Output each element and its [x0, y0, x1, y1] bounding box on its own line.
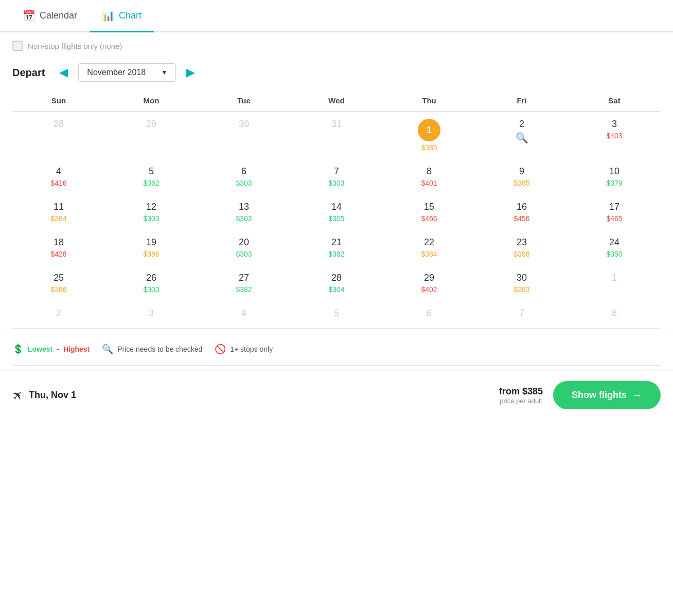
day-number: 26 [109, 273, 193, 283]
day-price: $456 [480, 214, 564, 223]
day-price: $428 [16, 250, 101, 258]
calendar-cell[interactable]: 7$303 [290, 159, 383, 194]
dropdown-arrow-icon: ▼ [161, 69, 167, 76]
calendar-cell[interactable]: 6$303 [198, 159, 290, 194]
calendar-cell[interactable]: 25$386 [12, 265, 105, 301]
tab-bar: 📅 Calendar 📊 Chart [0, 0, 673, 32]
prev-month-button[interactable]: ◀ [55, 64, 72, 81]
day-price: $305 [294, 214, 379, 223]
day-number: 14 [294, 202, 379, 212]
day-number: 19 [109, 237, 193, 248]
day-price: $303 [109, 285, 193, 294]
filter-row: Non-stop flights only (none) [0, 32, 673, 59]
header-tue: Tue [198, 90, 290, 112]
footer-left: ✈ Thu, Nov 1 [12, 388, 76, 403]
day-number: 29 [109, 119, 193, 130]
calendar-cell[interactable]: 10$379 [568, 159, 661, 194]
day-number: 7 [294, 166, 379, 177]
day-number: 27 [202, 273, 286, 283]
calendar-cell[interactable]: 9$385 [475, 159, 568, 194]
day-price: $383 [480, 285, 564, 294]
today-circle: 1 [418, 119, 440, 141]
day-number: 4 [202, 308, 286, 319]
next-month-button[interactable]: ▶ [182, 64, 199, 81]
month-text: November 2018 [87, 68, 155, 77]
calendar-cell[interactable]: 29$402 [383, 265, 475, 301]
calendar-cell[interactable]: 20$303 [198, 230, 290, 265]
day-price: $303 [109, 214, 193, 223]
legend: 💲 Lowest - Highest 🔍 Price needs to be c… [0, 333, 673, 365]
day-price: $303 [294, 179, 379, 187]
day-number: 9 [480, 166, 564, 177]
calendar-cell: 28 [12, 112, 105, 159]
nonstop-checkbox[interactable] [12, 41, 23, 51]
nonstop-label: Non-stop flights only (none) [28, 42, 122, 50]
day-price: $303 [202, 250, 286, 258]
day-number: 30 [480, 273, 564, 283]
day-number: 29 [387, 273, 471, 283]
show-flights-button[interactable]: Show flights → [553, 381, 661, 409]
day-number: 15 [387, 202, 471, 212]
day-price: $362 [109, 179, 193, 187]
calendar-cell[interactable]: 21$382 [290, 230, 383, 265]
calendar-cell[interactable]: 18$428 [12, 230, 105, 265]
day-number: 22 [387, 237, 471, 248]
calendar-cell[interactable]: 13$303 [198, 194, 290, 230]
legend-divider [12, 328, 661, 329]
calendar-cell[interactable]: 12$303 [105, 194, 198, 230]
day-price: $416 [16, 179, 101, 187]
day-number: 13 [202, 202, 286, 212]
calendar-cell[interactable]: 30$383 [475, 265, 568, 301]
day-number: 8 [387, 166, 471, 177]
calendar-cell[interactable]: 11$384 [12, 194, 105, 230]
calendar-cell[interactable]: 23$398 [475, 230, 568, 265]
from-price: from $385 [499, 386, 543, 397]
tab-chart-label: Chart [119, 10, 141, 21]
day-number: 3 [572, 119, 657, 130]
calendar-cell[interactable]: 24$350 [568, 230, 661, 265]
calendar-container: Sun Mon Tue Wed Thu Fri Sat 282930311$38… [0, 90, 673, 328]
legend-stops-label: 1+ stops only [230, 345, 273, 353]
day-price: $304 [294, 285, 379, 294]
calendar-cell[interactable]: 26$303 [105, 265, 198, 301]
legend-lowest-label: Lowest [28, 345, 52, 353]
day-price: $379 [572, 179, 657, 187]
tab-chart[interactable]: 📊 Chart [90, 0, 154, 32]
calendar-cell[interactable]: 3$403 [568, 112, 661, 159]
plane-icon: ✈ [9, 387, 26, 404]
depart-label: Depart [12, 67, 45, 79]
calendar-cell: 1 [568, 265, 661, 301]
tab-calendar-label: Calendar [40, 10, 77, 21]
calendar-cell: 6 [383, 301, 475, 328]
calendar-cell[interactable]: 14$305 [290, 194, 383, 230]
calendar-cell[interactable]: 27$382 [198, 265, 290, 301]
calendar-cell[interactable]: 4$416 [12, 159, 105, 194]
day-price: $465 [572, 214, 657, 223]
calendar-cell[interactable]: 5$362 [105, 159, 198, 194]
calendar-cell: 2 [12, 301, 105, 328]
tab-calendar[interactable]: 📅 Calendar [10, 0, 90, 32]
calendar-cell[interactable]: 22$384 [383, 230, 475, 265]
calendar-cell[interactable]: 15$466 [383, 194, 475, 230]
stops-icon: 🚫 [215, 343, 226, 355]
calendar-header-row: Sun Mon Tue Wed Thu Fri Sat [12, 90, 661, 112]
day-price: $386 [109, 250, 193, 258]
calendar-cell[interactable]: 17$465 [568, 194, 661, 230]
calendar-week-4: 25$38626$30327$38228$30429$40230$3831 [12, 265, 661, 301]
chart-icon: 📊 [102, 9, 115, 22]
search-icon: 🔍 [516, 132, 528, 143]
day-number: 3 [109, 308, 193, 319]
month-selector[interactable]: November 2018 ▼ [78, 63, 176, 82]
calendar-cell[interactable]: 28$304 [290, 265, 383, 301]
day-number: 6 [387, 308, 471, 319]
calendar-cell[interactable]: 2🔍 [475, 112, 568, 159]
day-number: 16 [480, 202, 564, 212]
day-number: 2 [480, 119, 564, 130]
calendar-cell[interactable]: 16$456 [475, 194, 568, 230]
day-price: $401 [387, 179, 471, 187]
calendar-cell[interactable]: 19$386 [105, 230, 198, 265]
calendar-week-5: 2345678 [12, 301, 661, 328]
calendar-cell[interactable]: 8$401 [383, 159, 475, 194]
calendar-cell[interactable]: 1$385 [383, 112, 475, 159]
header-sun: Sun [12, 90, 105, 112]
